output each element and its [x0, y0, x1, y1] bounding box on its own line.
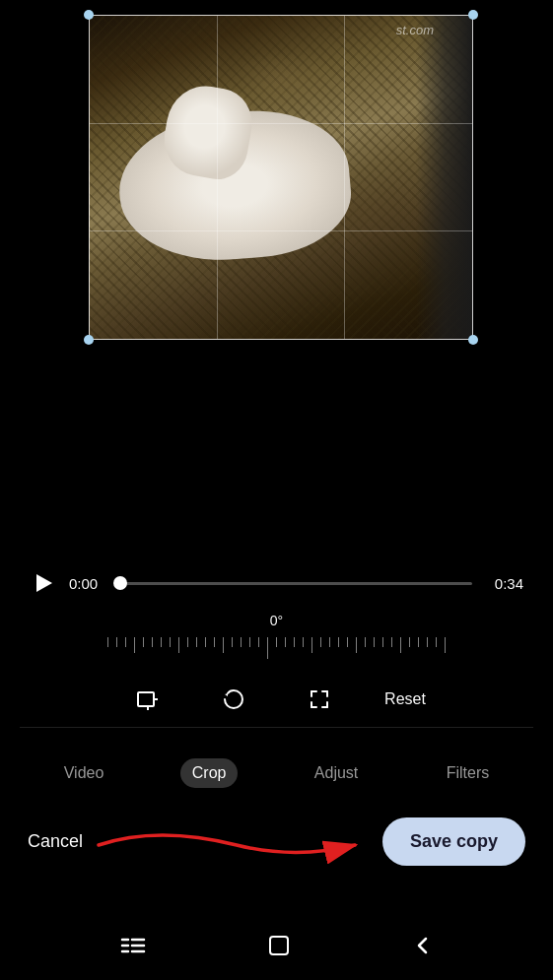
playback-row: 0:00 0:34	[20, 552, 533, 609]
reset-button[interactable]: Reset	[389, 684, 421, 715]
tick	[374, 637, 375, 647]
cancel-button[interactable]: Cancel	[28, 831, 83, 852]
tick	[294, 637, 295, 647]
tick	[285, 637, 286, 647]
svg-rect-11	[270, 937, 288, 954]
progress-thumb[interactable]	[113, 576, 127, 590]
tick	[445, 637, 446, 653]
tick	[409, 637, 410, 647]
tab-video[interactable]: Video	[52, 758, 116, 788]
tab-crop[interactable]: Crop	[180, 758, 239, 788]
tick	[107, 637, 108, 647]
nav-bar	[0, 911, 553, 980]
tick	[196, 637, 197, 647]
crop-image-wrapper[interactable]: st.com	[89, 15, 473, 340]
video-container: st.com	[0, 0, 553, 552]
time-start: 0:00	[69, 575, 108, 592]
progress-bar[interactable]	[120, 582, 472, 585]
free-crop-button[interactable]	[304, 684, 335, 715]
tick	[241, 637, 242, 647]
tick	[214, 637, 215, 647]
tick	[143, 637, 144, 647]
tick	[258, 637, 259, 647]
crop-handle-bottom-left[interactable]	[84, 335, 94, 345]
tick	[338, 637, 339, 647]
tab-adjust[interactable]: Adjust	[303, 758, 370, 788]
tick	[178, 637, 179, 653]
tick	[161, 637, 162, 647]
rotation-row: 0°	[20, 609, 533, 670]
ruler[interactable]	[20, 634, 533, 662]
tick	[418, 637, 419, 647]
grid-line	[344, 16, 345, 339]
watermark: st.com	[396, 23, 434, 37]
tick	[436, 637, 437, 647]
nav-home-button[interactable]	[267, 934, 291, 957]
tick	[320, 637, 321, 647]
tools-row: Reset	[20, 670, 533, 728]
grid-line	[217, 16, 218, 339]
save-copy-button[interactable]: Save copy	[382, 817, 525, 866]
tick-center	[267, 637, 268, 659]
rotate-button[interactable]	[218, 684, 249, 715]
rotation-value: 0°	[270, 613, 283, 628]
tick	[329, 637, 330, 647]
tick	[232, 637, 233, 647]
tick	[125, 637, 126, 647]
crop-handle-top-right[interactable]	[468, 10, 478, 20]
crop-border	[89, 15, 473, 340]
tick	[382, 637, 383, 647]
grid-line	[90, 123, 472, 124]
svg-rect-0	[138, 692, 154, 706]
time-end: 0:34	[484, 575, 523, 592]
tick	[356, 637, 357, 653]
tick	[303, 637, 304, 647]
reset-label: Reset	[384, 690, 426, 708]
nav-menu-button[interactable]	[120, 936, 146, 955]
tick	[365, 637, 366, 647]
crop-handle-top-left[interactable]	[84, 10, 94, 20]
play-icon	[36, 574, 52, 592]
tick	[427, 637, 428, 647]
tick	[170, 637, 171, 647]
tick	[205, 637, 206, 647]
svg-marker-3	[225, 693, 228, 696]
tick	[134, 637, 135, 653]
tick	[116, 637, 117, 647]
tick	[152, 637, 153, 647]
tab-filters[interactable]: Filters	[435, 758, 502, 788]
ruler-ticks	[20, 637, 533, 659]
tick	[391, 637, 392, 647]
tabs-row: Video Crop Adjust Filters	[0, 749, 553, 798]
nav-back-button[interactable]	[413, 934, 433, 957]
aspect-ratio-button[interactable]	[132, 684, 164, 715]
crop-handle-bottom-right[interactable]	[468, 335, 478, 345]
tick	[400, 637, 401, 653]
tick	[187, 637, 188, 647]
tick	[276, 637, 277, 647]
tick	[311, 637, 312, 653]
tick	[347, 637, 348, 647]
tick	[223, 637, 224, 653]
grid-line	[90, 230, 472, 231]
play-button[interactable]	[30, 569, 57, 597]
action-bar: Cancel Save copy	[0, 808, 553, 876]
tick	[249, 637, 250, 647]
